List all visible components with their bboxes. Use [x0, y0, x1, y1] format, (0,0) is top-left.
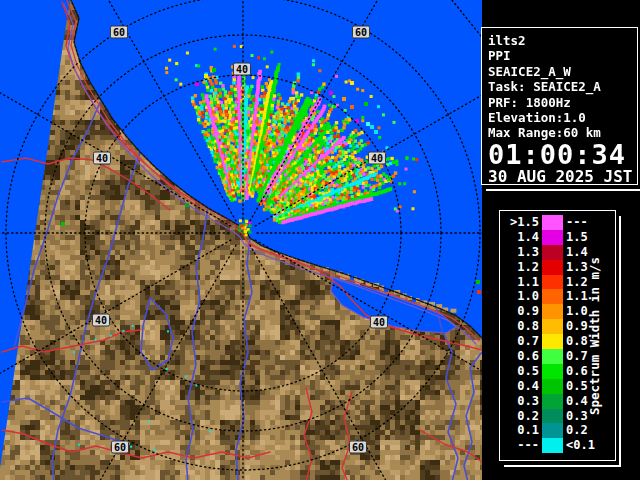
product-name: SEAICE2_A_W — [488, 64, 633, 79]
legend-row: 1.41.5 — [502, 230, 613, 245]
legend-color-swatch — [542, 349, 563, 364]
legend-left-label: 0.8 — [502, 319, 542, 334]
legend-row: ---<0.1 — [502, 438, 613, 453]
legend-left-label: 0.3 — [502, 394, 542, 409]
legend-color-swatch — [542, 215, 563, 230]
legend-color-swatch — [542, 260, 563, 275]
legend-right-label: 1.5 — [563, 230, 608, 245]
range-ring-label: 60 — [110, 26, 128, 39]
legend-left-label: 0.4 — [502, 379, 542, 394]
range-ring-label: 40 — [93, 152, 111, 165]
legend-right-label: <0.1 — [563, 438, 608, 453]
legend-left-label: 1.1 — [502, 275, 542, 290]
legend-left-label: >1.5 — [502, 215, 542, 230]
range-ring-label: 60 — [349, 441, 367, 454]
legend-axis-title: Spectrum Width in m/s — [587, 257, 602, 415]
legend-color-swatch — [542, 334, 563, 349]
legend-color-swatch — [542, 304, 563, 319]
legend-left-label: --- — [502, 438, 542, 453]
legend-color-swatch — [542, 245, 563, 260]
legend-row: 0.10.2 — [502, 423, 613, 438]
legend-left-label: 0.2 — [502, 409, 542, 424]
range-ring-label: 40 — [92, 314, 110, 327]
range-ring-label: 40 — [368, 152, 386, 165]
legend-color-swatch — [542, 364, 563, 379]
legend-color-swatch — [542, 423, 563, 438]
legend-color-swatch — [542, 289, 563, 304]
legend-left-label: 1.2 — [502, 260, 542, 275]
legend-left-label: 1.0 — [502, 289, 542, 304]
legend-left-label: 1.3 — [502, 245, 542, 260]
legend-left-label: 0.9 — [502, 304, 542, 319]
time-display: 01:00:34 — [488, 142, 633, 168]
legend-row: >1.5--- — [502, 215, 613, 230]
legend-right-label: --- — [563, 215, 608, 230]
range-ring-label: 40 — [370, 316, 388, 329]
legend-left-label: 1.4 — [502, 230, 542, 245]
range-ring-label: 60 — [111, 441, 129, 454]
radar-display-screen: 606040404040406060 ilts2 PPI SEAICE2_A_W… — [0, 0, 640, 480]
legend-color-swatch — [542, 394, 563, 409]
legend-color-swatch — [542, 230, 563, 245]
range-ring-label: 60 — [352, 26, 370, 39]
legend-color-swatch — [542, 275, 563, 290]
legend-left-label: 0.6 — [502, 349, 542, 364]
scan-mode: PPI — [488, 48, 633, 63]
legend-color-swatch — [542, 379, 563, 394]
legend-left-label: 0.5 — [502, 364, 542, 379]
task-name: Task: SEAICE2_A — [488, 79, 633, 94]
site-name: ilts2 — [488, 33, 633, 48]
legend-left-label: 0.1 — [502, 423, 542, 438]
prf-value: PRF: 1800Hz — [488, 95, 633, 110]
info-panel: ilts2 PPI SEAICE2_A_W Task: SEAICE2_A PR… — [481, 27, 638, 185]
legend-right-label: 0.2 — [563, 423, 608, 438]
legend-color-swatch — [542, 319, 563, 334]
legend-left-label: 0.7 — [502, 334, 542, 349]
range-ring-label: 40 — [233, 63, 251, 76]
date-display: 30 AUG 2025 JST — [488, 168, 633, 186]
legend-color-swatch — [542, 409, 563, 424]
legend-color-swatch — [542, 438, 563, 453]
elevation-value: Elevation:1.0 — [488, 110, 633, 125]
